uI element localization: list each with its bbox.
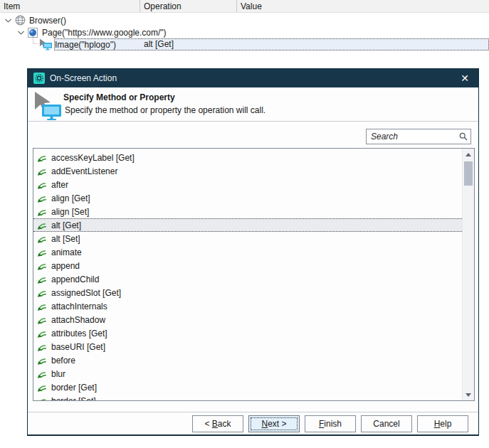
method-list-item[interactable]: animate xyxy=(33,245,462,259)
dialog-step-title: Specify Method or Property xyxy=(63,92,175,102)
finish-button[interactable]: Finish xyxy=(305,415,356,432)
search-box xyxy=(366,129,471,144)
method-list-item[interactable]: attributes [Get] xyxy=(33,326,462,340)
tree-column-headers: Item Operation Value xyxy=(0,0,489,13)
method-icon xyxy=(36,274,47,284)
tree-item-label: Image("hplogo") xyxy=(55,40,116,50)
method-icon xyxy=(36,383,47,393)
method-list-item[interactable]: alt [Set] xyxy=(33,232,462,245)
help-button[interactable]: Help xyxy=(417,415,468,432)
selection-highlight xyxy=(54,38,489,50)
search-icon xyxy=(459,132,468,143)
method-label: align [Get] xyxy=(51,193,90,203)
method-list-item[interactable]: addEventListener xyxy=(33,164,462,178)
search-input[interactable] xyxy=(366,129,471,144)
scroll-up-icon[interactable] xyxy=(463,149,474,160)
method-label: after xyxy=(51,180,68,190)
method-label: appendChild xyxy=(51,274,99,284)
method-label: animate xyxy=(51,247,82,257)
method-label: attributes [Get] xyxy=(51,329,107,338)
dialog-header: Specify Method or Property Specify the m… xyxy=(28,87,478,122)
method-icon xyxy=(36,234,47,244)
method-label: attachShadow xyxy=(51,315,105,325)
screen: Item Operation Value Browser()Page("http… xyxy=(0,0,489,448)
method-list-item[interactable]: baseURI [Get] xyxy=(33,340,462,353)
dialog-title: On-Screen Action xyxy=(50,73,117,83)
method-icon xyxy=(36,261,47,271)
method-rows: accessKeyLabel [Get]addEventListenerafte… xyxy=(33,149,462,401)
method-list-item[interactable]: assignedSlot [Get] xyxy=(33,286,462,299)
method-label: alt [Get] xyxy=(51,220,81,230)
method-label: blur xyxy=(51,369,65,379)
screen-action-icon xyxy=(38,38,53,50)
method-label: assignedSlot [Get] xyxy=(51,288,121,298)
method-list: accessKeyLabel [Get]addEventListenerafte… xyxy=(33,148,475,401)
chevron-down-icon[interactable] xyxy=(16,31,26,35)
method-icon xyxy=(36,302,47,311)
method-label: before xyxy=(51,356,75,366)
scroll-down-icon[interactable] xyxy=(463,389,474,400)
on-screen-action-dialog: On-Screen Action ✕ Specify Method or Pro… xyxy=(27,68,479,436)
chevron-down-icon[interactable] xyxy=(3,18,13,23)
method-list-item[interactable]: blur xyxy=(33,367,462,380)
method-icon xyxy=(36,247,47,257)
tree-row[interactable]: Page("https://www.google.com/") xyxy=(0,26,489,38)
tree-rows: Browser()Page("https://www.google.com/")… xyxy=(0,13,489,50)
object-tree-panel: Item Operation Value Browser()Page("http… xyxy=(0,0,489,50)
column-header-item[interactable]: Item xyxy=(0,0,140,12)
on-screen-action-app-icon xyxy=(33,73,45,84)
method-list-item[interactable]: align [Get] xyxy=(33,191,462,205)
method-icon xyxy=(36,342,47,352)
tree-item-label: Page("https://www.google.com/") xyxy=(42,28,167,38)
method-icon xyxy=(36,220,47,230)
method-list-item[interactable]: align [Set] xyxy=(33,205,462,218)
button-row: < BackNext >FinishCancelHelp xyxy=(28,415,468,432)
method-icon xyxy=(36,166,47,176)
method-icon xyxy=(36,356,47,366)
method-label: alt [Set] xyxy=(51,234,80,244)
close-icon[interactable]: ✕ xyxy=(457,73,473,84)
column-header-operation[interactable]: Operation xyxy=(140,0,237,12)
method-list-item[interactable]: appendChild xyxy=(33,272,462,286)
cursor-monitor-icon xyxy=(31,90,63,122)
method-list-item[interactable]: attachShadow xyxy=(33,313,462,326)
cancel-button[interactable]: Cancel xyxy=(361,415,412,432)
tree-item-operation: alt [Get] xyxy=(144,39,174,49)
method-icon xyxy=(36,180,47,190)
method-icon xyxy=(36,315,47,325)
method-list-item[interactable]: append xyxy=(33,259,462,272)
next-button[interactable]: Next > xyxy=(248,415,300,432)
tree-item-label: Browser() xyxy=(29,16,66,26)
method-list-item[interactable]: accessKeyLabel [Get] xyxy=(33,151,462,164)
column-header-value[interactable]: Value xyxy=(237,0,489,12)
method-label: align [Set] xyxy=(51,207,89,217)
footer-separator xyxy=(28,412,478,412)
scrollbar-thumb[interactable] xyxy=(464,161,473,186)
method-label: border [Get] xyxy=(51,383,97,393)
method-label: baseURI [Get] xyxy=(51,342,105,352)
vertical-scrollbar[interactable] xyxy=(462,149,474,400)
method-list-item[interactable]: after xyxy=(33,178,462,191)
dialog-step-subtitle: Specify the method or property the opera… xyxy=(65,105,265,115)
method-list-item[interactable]: border [Set] xyxy=(33,394,462,401)
method-label: append xyxy=(51,261,80,271)
method-list-item[interactable]: alt [Get] xyxy=(33,218,462,232)
dialog-body: accessKeyLabel [Get]addEventListenerafte… xyxy=(28,122,478,437)
method-label: addEventListener xyxy=(51,166,117,176)
method-label: attachInternals xyxy=(51,302,107,311)
method-list-item[interactable]: before xyxy=(33,353,462,367)
method-list-item[interactable]: attachInternals xyxy=(33,299,462,313)
back-button[interactable]: < Back xyxy=(192,415,243,432)
method-icon xyxy=(36,193,47,203)
method-label: border [Set] xyxy=(51,396,96,402)
method-icon xyxy=(36,207,47,217)
method-icon xyxy=(36,288,47,298)
method-icon xyxy=(36,329,47,338)
method-icon xyxy=(36,369,47,379)
browser-globe-icon xyxy=(13,15,27,26)
dialog-titlebar[interactable]: On-Screen Action ✕ xyxy=(28,69,478,87)
method-list-item[interactable]: border [Get] xyxy=(33,380,462,394)
tree-row[interactable]: Image("hplogo")alt [Get] xyxy=(0,38,489,50)
tree-row[interactable]: Browser() xyxy=(0,14,489,26)
method-label: accessKeyLabel [Get] xyxy=(51,153,135,163)
